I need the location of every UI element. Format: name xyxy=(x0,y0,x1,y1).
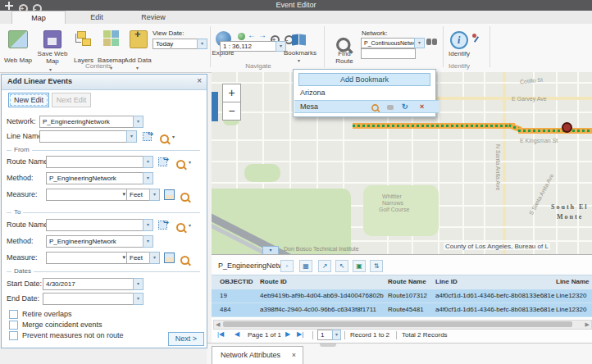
line-zoom-caret-icon[interactable]: ▾ xyxy=(172,134,175,139)
bookmark-item-arizona[interactable]: Arizona xyxy=(294,87,439,99)
retire-overlaps-checkbox[interactable] xyxy=(9,310,18,319)
from-zoom-icon[interactable] xyxy=(176,157,185,172)
globe-icon[interactable] xyxy=(238,33,245,40)
tab-edit[interactable]: Edit xyxy=(75,11,118,24)
scale-input[interactable]: 1 : 36,112 xyxy=(220,41,277,52)
route-end-marker[interactable] xyxy=(562,122,572,133)
table-collapse-toggle[interactable]: ▾ xyxy=(262,246,279,254)
save-web-map-icon[interactable] xyxy=(43,30,61,48)
bookmark-pan-icon[interactable] xyxy=(387,105,394,110)
end-date-input[interactable] xyxy=(43,293,134,305)
next-button[interactable]: Next > xyxy=(168,332,204,346)
to-route-dropdown-icon[interactable]: ▾ xyxy=(143,219,153,231)
add-data-icon[interactable]: + xyxy=(130,30,148,48)
from-unit-dropdown-icon[interactable]: ▾ xyxy=(149,189,160,201)
table-options-icon[interactable]: ▦ xyxy=(299,260,312,272)
map-zoom-out-button[interactable]: − xyxy=(222,102,241,121)
from-select-on-map-icon[interactable]: ↪ xyxy=(158,156,169,166)
line-name-dropdown-icon[interactable]: ▾ xyxy=(126,130,137,143)
route-network-dropdown-icon[interactable]: ▾ xyxy=(414,38,425,48)
add-bookmark-button[interactable]: Add Bookmark xyxy=(298,73,430,86)
prevent-measures-checkbox[interactable] xyxy=(9,331,18,340)
route-feature-segment[interactable] xyxy=(353,123,515,129)
from-method-dropdown-icon[interactable]: ▾ xyxy=(143,172,153,184)
panel-resize-handle[interactable] xyxy=(320,344,336,347)
table-row[interactable]: 19 4eb9419b-af9b-4d04-ab69-1d400476802b … xyxy=(212,289,592,303)
bookmarks-caret-icon[interactable]: ▾ xyxy=(298,57,300,63)
page-number-select[interactable]: 1 xyxy=(317,330,334,340)
to-select-on-map-icon[interactable]: ↪ xyxy=(158,219,169,229)
to-measure-tool-icon[interactable] xyxy=(164,253,175,263)
col-line-name[interactable]: Line Name xyxy=(556,278,589,285)
map-side-tab[interactable] xyxy=(212,92,218,121)
from-route-dropdown-icon[interactable]: ▾ xyxy=(143,156,153,168)
to-method-dropdown-icon[interactable]: ▾ xyxy=(143,235,153,248)
basemap-icon[interactable] xyxy=(103,30,120,47)
to-unit-dropdown-icon[interactable]: ▾ xyxy=(149,252,160,264)
start-date-input[interactable]: 4/30/2017 xyxy=(43,278,134,290)
col-objectid[interactable]: OBJECTID xyxy=(220,278,253,285)
bookmark-delete-icon[interactable]: × xyxy=(420,103,424,111)
identify-button[interactable]: Identify xyxy=(443,50,476,57)
bookmarks-icon[interactable] xyxy=(292,34,307,46)
to-zoom-icon[interactable] xyxy=(176,221,185,235)
page-number-dropdown-icon[interactable]: ▾ xyxy=(332,330,341,340)
tab-close-icon[interactable]: × xyxy=(292,347,296,363)
line-zoom-icon[interactable] xyxy=(160,132,169,147)
horizontal-scrollbar[interactable]: ◀ ▶ xyxy=(213,320,592,330)
switch-selection-icon[interactable]: ▣ xyxy=(353,260,366,272)
bookmarks-button[interactable]: Bookmarks xyxy=(282,49,318,57)
identify-icon[interactable]: i xyxy=(450,31,468,49)
select-on-map-icon[interactable]: ↪ xyxy=(143,130,153,140)
view-date-dropdown-icon[interactable]: ▾ xyxy=(197,39,207,49)
next-edit-button[interactable]: Next Edit xyxy=(52,93,91,107)
sort-icon[interactable]: ⇅ xyxy=(370,260,383,272)
bookmark-update-icon[interactable]: ↻ xyxy=(402,103,408,111)
prev-page-icon[interactable]: ◀ xyxy=(235,330,239,338)
tab-review[interactable]: Review xyxy=(128,11,179,24)
to-method-select[interactable]: P_EngineeringNetwork xyxy=(46,235,144,248)
start-date-dropdown-icon[interactable]: ▾ xyxy=(133,278,143,290)
tab-network-attributes[interactable]: Network Attributes × xyxy=(212,346,303,364)
from-zoom-caret-icon[interactable]: ▾ xyxy=(189,159,191,165)
first-page-icon[interactable]: |◀ xyxy=(217,330,224,338)
web-map-button[interactable]: Web Map xyxy=(2,57,34,64)
back-extent-icon[interactable]: ← xyxy=(248,30,256,39)
from-route-name-input[interactable] xyxy=(46,156,144,168)
from-unit-select[interactable]: Feet xyxy=(126,189,151,201)
table-row[interactable]: 484 a398ff4c-2940-4c00-96b6-c6343f8f1711… xyxy=(212,303,592,317)
pushpin-icon[interactable] xyxy=(472,34,480,42)
next-page-icon[interactable]: ▶ xyxy=(285,330,290,338)
to-route-name-input[interactable] xyxy=(46,219,144,231)
binoculars-icon[interactable] xyxy=(426,37,438,47)
to-measure-input[interactable]: ▾ xyxy=(46,252,128,264)
panel-close-icon[interactable]: × xyxy=(197,76,202,85)
route-input[interactable] xyxy=(361,48,416,59)
last-page-icon[interactable]: ▶| xyxy=(297,330,303,338)
scroll-right-icon[interactable]: ▶ xyxy=(585,321,590,328)
route-network-select[interactable]: P_ContinuousNetwork xyxy=(361,38,416,48)
find-route-button[interactable]: FindRoute xyxy=(330,50,359,65)
merge-coincident-checkbox[interactable] xyxy=(9,321,18,330)
scroll-left-icon[interactable]: ◀ xyxy=(216,321,220,328)
layers-icon[interactable] xyxy=(75,30,92,47)
network-dropdown-icon[interactable]: ▾ xyxy=(133,116,143,128)
from-method-select[interactable]: P_EngineeringNetwork xyxy=(46,172,144,184)
to-unit-select[interactable]: Feet xyxy=(126,252,151,264)
to-zoom-caret-icon[interactable]: ▾ xyxy=(189,222,191,228)
line-name-input[interactable] xyxy=(39,130,128,143)
network-select[interactable]: P_EngineeringNetwork xyxy=(39,116,134,128)
new-edit-button[interactable]: New Edit xyxy=(8,93,49,107)
col-route-id[interactable]: Route ID xyxy=(260,278,287,285)
end-date-dropdown-icon[interactable]: ▾ xyxy=(133,293,143,305)
zoom-to-selection-icon[interactable]: ↗ xyxy=(318,260,331,272)
selection-options-icon[interactable]: ▫ xyxy=(280,260,294,272)
route-feature-segment[interactable] xyxy=(518,128,592,134)
bookmark-zoom-icon[interactable] xyxy=(371,103,380,114)
col-line-id[interactable]: Line ID xyxy=(435,278,458,285)
view-date-select[interactable]: Today xyxy=(153,39,198,49)
forward-extent-icon[interactable]: → xyxy=(258,30,266,39)
web-map-icon[interactable] xyxy=(8,30,28,48)
bookmark-item-mesa[interactable]: Mesa ↻ × xyxy=(294,100,439,113)
from-measure-tool-icon[interactable] xyxy=(164,189,175,200)
